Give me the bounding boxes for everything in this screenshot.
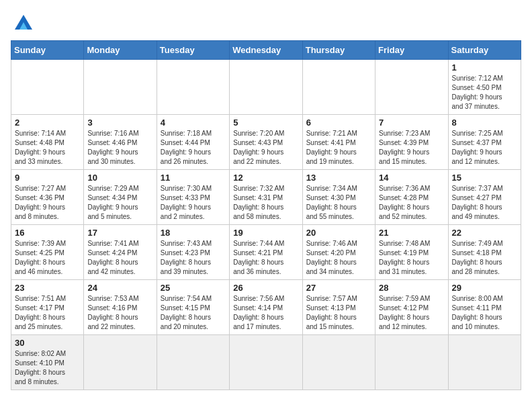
day-info: Sunrise: 7:39 AM Sunset: 4:25 PM Dayligh…: [15, 239, 80, 277]
day-number: 7: [379, 118, 444, 128]
day-number: 10: [87, 173, 152, 183]
calendar-cell: [84, 335, 157, 390]
weekday-header: Monday: [84, 41, 157, 60]
calendar-cell: 30Sunrise: 8:02 AM Sunset: 4:10 PM Dayli…: [11, 335, 84, 390]
day-info: Sunrise: 7:59 AM Sunset: 4:12 PM Dayligh…: [379, 294, 444, 332]
weekday-header-row: SundayMondayTuesdayWednesdayThursdayFrid…: [11, 41, 521, 60]
weekday-header: Thursday: [302, 41, 375, 60]
calendar-cell: 18Sunrise: 7:43 AM Sunset: 4:23 PM Dayli…: [157, 225, 229, 280]
day-number: 27: [306, 283, 371, 293]
day-info: Sunrise: 7:54 AM Sunset: 4:15 PM Dayligh…: [161, 294, 226, 332]
day-info: Sunrise: 7:30 AM Sunset: 4:33 PM Dayligh…: [161, 184, 226, 222]
day-number: 26: [233, 283, 298, 293]
day-number: 28: [379, 283, 444, 293]
day-number: 24: [87, 283, 152, 293]
calendar-cell: [84, 60, 157, 115]
page-header: [11, 11, 521, 32]
calendar-cell: 4Sunrise: 7:18 AM Sunset: 4:44 PM Daylig…: [157, 115, 229, 170]
calendar-week-row: 1Sunrise: 7:12 AM Sunset: 4:50 PM Daylig…: [11, 60, 521, 115]
day-number: 3: [87, 118, 152, 128]
calendar-cell: 3Sunrise: 7:16 AM Sunset: 4:46 PM Daylig…: [84, 115, 157, 170]
day-info: Sunrise: 7:36 AM Sunset: 4:28 PM Dayligh…: [379, 184, 444, 222]
calendar: SundayMondayTuesdayWednesdayThursdayFrid…: [11, 40, 521, 390]
day-number: 25: [161, 283, 226, 293]
day-info: Sunrise: 7:44 AM Sunset: 4:21 PM Dayligh…: [233, 239, 298, 277]
calendar-cell: 19Sunrise: 7:44 AM Sunset: 4:21 PM Dayli…: [230, 225, 302, 280]
day-number: 13: [306, 173, 371, 183]
calendar-cell: 12Sunrise: 7:32 AM Sunset: 4:31 PM Dayli…: [230, 170, 302, 225]
day-number: 19: [233, 228, 298, 238]
logo: [11, 11, 39, 32]
calendar-cell: 1Sunrise: 7:12 AM Sunset: 4:50 PM Daylig…: [448, 60, 521, 115]
calendar-cell: 13Sunrise: 7:34 AM Sunset: 4:30 PM Dayli…: [302, 170, 375, 225]
day-number: 22: [452, 228, 517, 238]
calendar-cell: 2Sunrise: 7:14 AM Sunset: 4:48 PM Daylig…: [11, 115, 84, 170]
day-number: 14: [379, 173, 444, 183]
calendar-cell: 21Sunrise: 7:48 AM Sunset: 4:19 PM Dayli…: [375, 225, 448, 280]
calendar-cell: [157, 335, 229, 390]
calendar-cell: [448, 335, 521, 390]
day-info: Sunrise: 7:14 AM Sunset: 4:48 PM Dayligh…: [15, 129, 80, 167]
calendar-cell: 11Sunrise: 7:30 AM Sunset: 4:33 PM Dayli…: [157, 170, 229, 225]
weekday-header: Tuesday: [157, 41, 229, 60]
calendar-cell: 22Sunrise: 7:49 AM Sunset: 4:18 PM Dayli…: [448, 225, 521, 280]
day-info: Sunrise: 7:21 AM Sunset: 4:41 PM Dayligh…: [306, 129, 371, 167]
day-info: Sunrise: 7:46 AM Sunset: 4:20 PM Dayligh…: [306, 239, 371, 277]
calendar-cell: 29Sunrise: 8:00 AM Sunset: 4:11 PM Dayli…: [448, 280, 521, 335]
calendar-cell: 16Sunrise: 7:39 AM Sunset: 4:25 PM Dayli…: [11, 225, 84, 280]
calendar-cell: 9Sunrise: 7:27 AM Sunset: 4:36 PM Daylig…: [11, 170, 84, 225]
day-info: Sunrise: 7:43 AM Sunset: 4:23 PM Dayligh…: [161, 239, 226, 277]
day-info: Sunrise: 7:23 AM Sunset: 4:39 PM Dayligh…: [379, 129, 444, 167]
day-info: Sunrise: 7:32 AM Sunset: 4:31 PM Dayligh…: [233, 184, 298, 222]
calendar-cell: 20Sunrise: 7:46 AM Sunset: 4:20 PM Dayli…: [302, 225, 375, 280]
calendar-cell: [302, 335, 375, 390]
day-info: Sunrise: 7:12 AM Sunset: 4:50 PM Dayligh…: [452, 74, 517, 111]
day-info: Sunrise: 7:20 AM Sunset: 4:43 PM Dayligh…: [233, 129, 298, 167]
day-number: 18: [161, 228, 226, 238]
day-number: 4: [161, 118, 226, 128]
logo-icon: [11, 11, 36, 32]
calendar-cell: 10Sunrise: 7:29 AM Sunset: 4:34 PM Dayli…: [84, 170, 157, 225]
calendar-cell: 24Sunrise: 7:53 AM Sunset: 4:16 PM Dayli…: [84, 280, 157, 335]
calendar-cell: 17Sunrise: 7:41 AM Sunset: 4:24 PM Dayli…: [84, 225, 157, 280]
day-number: 11: [161, 173, 226, 183]
calendar-week-row: 30Sunrise: 8:02 AM Sunset: 4:10 PM Dayli…: [11, 335, 521, 390]
day-number: 21: [379, 228, 444, 238]
day-info: Sunrise: 7:25 AM Sunset: 4:37 PM Dayligh…: [452, 129, 517, 167]
day-info: Sunrise: 7:29 AM Sunset: 4:34 PM Dayligh…: [87, 184, 152, 222]
day-number: 9: [15, 173, 80, 183]
calendar-week-row: 16Sunrise: 7:39 AM Sunset: 4:25 PM Dayli…: [11, 225, 521, 280]
day-info: Sunrise: 7:57 AM Sunset: 4:13 PM Dayligh…: [306, 294, 371, 332]
calendar-cell: 25Sunrise: 7:54 AM Sunset: 4:15 PM Dayli…: [157, 280, 229, 335]
day-number: 1: [452, 62, 517, 73]
day-number: 29: [452, 283, 517, 293]
calendar-cell: [11, 60, 84, 115]
calendar-cell: 14Sunrise: 7:36 AM Sunset: 4:28 PM Dayli…: [375, 170, 448, 225]
day-info: Sunrise: 7:16 AM Sunset: 4:46 PM Dayligh…: [87, 129, 152, 167]
day-info: Sunrise: 8:02 AM Sunset: 4:10 PM Dayligh…: [15, 349, 80, 387]
calendar-cell: 8Sunrise: 7:25 AM Sunset: 4:37 PM Daylig…: [448, 115, 521, 170]
weekday-header: Wednesday: [230, 41, 302, 60]
day-info: Sunrise: 7:18 AM Sunset: 4:44 PM Dayligh…: [161, 129, 226, 167]
day-info: Sunrise: 7:56 AM Sunset: 4:14 PM Dayligh…: [233, 294, 298, 332]
calendar-cell: [375, 335, 448, 390]
calendar-week-row: 2Sunrise: 7:14 AM Sunset: 4:48 PM Daylig…: [11, 115, 521, 170]
calendar-cell: 5Sunrise: 7:20 AM Sunset: 4:43 PM Daylig…: [230, 115, 302, 170]
calendar-week-row: 23Sunrise: 7:51 AM Sunset: 4:17 PM Dayli…: [11, 280, 521, 335]
day-info: Sunrise: 7:53 AM Sunset: 4:16 PM Dayligh…: [87, 294, 152, 332]
day-info: Sunrise: 7:37 AM Sunset: 4:27 PM Dayligh…: [452, 184, 517, 222]
day-number: 23: [15, 283, 80, 293]
calendar-cell: 23Sunrise: 7:51 AM Sunset: 4:17 PM Dayli…: [11, 280, 84, 335]
calendar-cell: [230, 60, 302, 115]
day-number: 2: [15, 118, 80, 128]
calendar-cell: 15Sunrise: 7:37 AM Sunset: 4:27 PM Dayli…: [448, 170, 521, 225]
day-number: 15: [452, 173, 517, 183]
calendar-cell: [157, 60, 229, 115]
day-number: 16: [15, 228, 80, 238]
day-info: Sunrise: 7:51 AM Sunset: 4:17 PM Dayligh…: [15, 294, 80, 332]
calendar-cell: [230, 335, 302, 390]
calendar-cell: 27Sunrise: 7:57 AM Sunset: 4:13 PM Dayli…: [302, 280, 375, 335]
day-info: Sunrise: 8:00 AM Sunset: 4:11 PM Dayligh…: [452, 294, 517, 332]
calendar-cell: 28Sunrise: 7:59 AM Sunset: 4:12 PM Dayli…: [375, 280, 448, 335]
calendar-cell: 6Sunrise: 7:21 AM Sunset: 4:41 PM Daylig…: [302, 115, 375, 170]
